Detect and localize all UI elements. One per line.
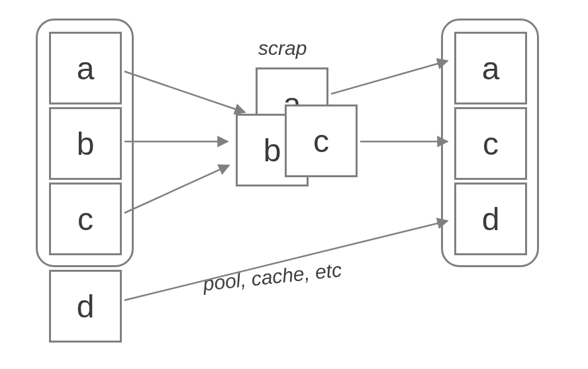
- scrap-label: scrap: [258, 37, 307, 60]
- left-box-a-label: a: [77, 50, 95, 87]
- right-box-a-label: a: [482, 50, 500, 87]
- center-box-b-label: b: [264, 132, 281, 169]
- left-box-b-label: b: [77, 126, 95, 162]
- center-box-c-label: c: [313, 123, 329, 159]
- left-box-b: b: [49, 107, 122, 180]
- left-box-c-label: c: [77, 201, 93, 237]
- right-box-a: a: [454, 32, 527, 104]
- diagram-stage: a b c d scrap a b c a c d pool, cache, e…: [0, 0, 588, 369]
- center-box-c: c: [285, 104, 358, 177]
- arrow-scrap-to-a: [331, 61, 448, 94]
- left-box-a: a: [49, 32, 122, 104]
- pool-label: pool, cache, etc: [202, 259, 343, 296]
- arrow-a-to-scrap: [124, 71, 245, 112]
- arrow-c-to-scrap: [124, 165, 229, 213]
- left-box-d-label: d: [77, 288, 95, 325]
- right-box-c-label: c: [483, 126, 499, 162]
- left-box-c: c: [49, 183, 122, 255]
- arrow-d-to-d: [124, 221, 448, 300]
- right-box-d-label: d: [482, 201, 500, 237]
- right-box-c: c: [454, 107, 527, 180]
- left-box-d: d: [49, 270, 122, 343]
- right-box-d: d: [454, 183, 527, 255]
